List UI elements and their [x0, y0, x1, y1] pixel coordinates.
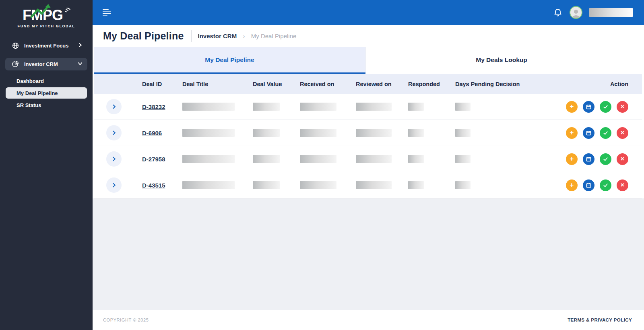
- approve-button[interactable]: [600, 153, 611, 165]
- sidebar-item-dashboard[interactable]: Dashboard: [6, 75, 87, 87]
- reviewed-on-skeleton: [356, 181, 392, 189]
- add-button[interactable]: +: [566, 101, 578, 113]
- pie-chart-icon: [12, 61, 19, 68]
- deal-id-link[interactable]: D-6906: [142, 130, 162, 136]
- check-icon: [603, 104, 608, 109]
- deal-value-skeleton: [253, 155, 280, 163]
- sidebar-item-investor-crm[interactable]: Investor CRM: [5, 58, 87, 70]
- deal-id-link[interactable]: D-38232: [142, 103, 165, 110]
- copyright-text: COPYRIGHT © 2025: [103, 318, 149, 322]
- column-header-received-on: Received on: [300, 81, 356, 87]
- breadcrumb-root[interactable]: Investor CRM: [198, 33, 237, 39]
- plus-icon: +: [570, 155, 574, 163]
- terms-privacy-link[interactable]: TERMS & PRIVACY POLICY: [568, 318, 632, 322]
- deal-title-skeleton: [182, 181, 235, 189]
- deal-value-skeleton: [253, 103, 280, 111]
- column-header-action: Action: [522, 81, 642, 87]
- sidebar-subitem-label: My Deal Pipeline: [17, 90, 58, 96]
- add-button[interactable]: +: [566, 127, 578, 139]
- close-icon: ×: [621, 182, 624, 189]
- brand-tagline: FUND MY PITCH GLOBAL: [18, 24, 75, 28]
- expand-row-button[interactable]: [106, 99, 122, 114]
- fmpg-logo-icon: FMPG: [20, 4, 72, 23]
- deal-title-skeleton: [182, 103, 235, 111]
- sidebar-item-my-deal-pipeline[interactable]: My Deal Pipeline: [6, 87, 87, 99]
- days-pending-skeleton: [455, 181, 471, 189]
- responded-skeleton: [408, 155, 424, 163]
- breadcrumb-current: My Deal Pipeline: [251, 33, 297, 39]
- column-header-reviewed-on: Reviewed on: [356, 81, 408, 87]
- calendar-icon: [586, 130, 591, 136]
- sidebar-item-sr-status[interactable]: SR Status: [6, 99, 87, 111]
- close-icon: ×: [621, 103, 624, 110]
- schedule-button[interactable]: [583, 153, 594, 165]
- svg-text:FMPG: FMPG: [23, 7, 63, 23]
- column-header-deal-value: Deal Value: [253, 81, 300, 87]
- schedule-button[interactable]: [583, 179, 594, 191]
- column-header-days-pending: Days Pending Decision: [455, 81, 522, 87]
- chevron-right-icon: [111, 103, 117, 110]
- schedule-button[interactable]: [583, 127, 594, 139]
- sidebar-item-label: Investment Focus: [24, 43, 78, 49]
- table-row: D-6906 + ×: [94, 120, 642, 146]
- tab-bar: My Deal Pipeline My Deals Lookup: [93, 47, 644, 74]
- sidebar-subitem-label: SR Status: [17, 102, 41, 108]
- chevron-right-icon: [78, 43, 83, 49]
- received-on-skeleton: [300, 155, 336, 163]
- reject-button[interactable]: ×: [617, 127, 628, 139]
- header-divider: [191, 30, 192, 42]
- deal-id-link[interactable]: D-27958: [142, 156, 165, 163]
- page-title: My Deal Pipeline: [103, 30, 184, 42]
- calendar-icon: [586, 183, 591, 188]
- page-header: My Deal Pipeline Investor CRM › My Deal …: [93, 25, 644, 47]
- breadcrumb-separator-icon: ›: [243, 33, 245, 39]
- reviewed-on-skeleton: [356, 155, 392, 163]
- deal-value-skeleton: [253, 129, 280, 137]
- sidebar-item-investment-focus[interactable]: Investment Focus: [5, 39, 87, 52]
- chevron-right-icon: [111, 156, 117, 162]
- brand-logo: FMPG FUND MY PITCH GLOBAL: [0, 0, 93, 31]
- plus-icon: +: [570, 129, 574, 137]
- received-on-skeleton: [300, 103, 336, 111]
- deal-id-link[interactable]: D-43515: [142, 182, 165, 189]
- check-icon: [603, 183, 608, 188]
- approve-button[interactable]: [600, 101, 611, 113]
- schedule-button[interactable]: [583, 101, 594, 113]
- approve-button[interactable]: [600, 179, 611, 191]
- deals-table: Deal ID Deal Title Deal Value Received o…: [94, 74, 642, 198]
- responded-skeleton: [408, 129, 424, 137]
- avatar[interactable]: [570, 6, 582, 19]
- close-icon: ×: [621, 129, 624, 136]
- main-area: My Deal Pipeline Investor CRM › My Deal …: [93, 0, 644, 330]
- reject-button[interactable]: ×: [617, 153, 628, 165]
- tab-my-deal-pipeline[interactable]: My Deal Pipeline: [94, 47, 365, 74]
- column-header-deal-title: Deal Title: [182, 81, 253, 87]
- plus-icon: +: [570, 103, 574, 111]
- calendar-icon: [586, 157, 591, 162]
- tab-my-deals-lookup[interactable]: My Deals Lookup: [365, 47, 637, 74]
- table-row: D-27958 + ×: [94, 146, 642, 172]
- reject-button[interactable]: ×: [617, 179, 628, 191]
- expand-row-button[interactable]: [106, 125, 122, 140]
- topbar-right: [553, 6, 633, 19]
- sidebar-subitem-label: Dashboard: [17, 78, 44, 84]
- days-pending-skeleton: [455, 129, 471, 137]
- check-icon: [603, 130, 608, 136]
- add-button[interactable]: +: [566, 179, 578, 191]
- approve-button[interactable]: [600, 127, 611, 139]
- reject-button[interactable]: ×: [617, 101, 628, 113]
- bell-icon[interactable]: [553, 8, 563, 17]
- chevron-right-icon: [111, 182, 117, 188]
- table-row: D-38232 + ×: [94, 94, 642, 120]
- plus-icon: +: [570, 181, 574, 189]
- responded-skeleton: [408, 103, 424, 111]
- add-button[interactable]: +: [566, 153, 578, 165]
- sidebar-subnav: Dashboard My Deal Pipeline SR Status: [0, 75, 93, 111]
- deal-title-skeleton: [182, 129, 235, 137]
- content-background: [93, 198, 644, 310]
- menu-icon[interactable]: [103, 9, 111, 16]
- sidebar: FMPG FUND MY PITCH GLOBAL Investment Foc…: [0, 0, 93, 330]
- reviewed-on-skeleton: [356, 129, 392, 137]
- expand-row-button[interactable]: [106, 151, 122, 167]
- expand-row-button[interactable]: [106, 177, 122, 193]
